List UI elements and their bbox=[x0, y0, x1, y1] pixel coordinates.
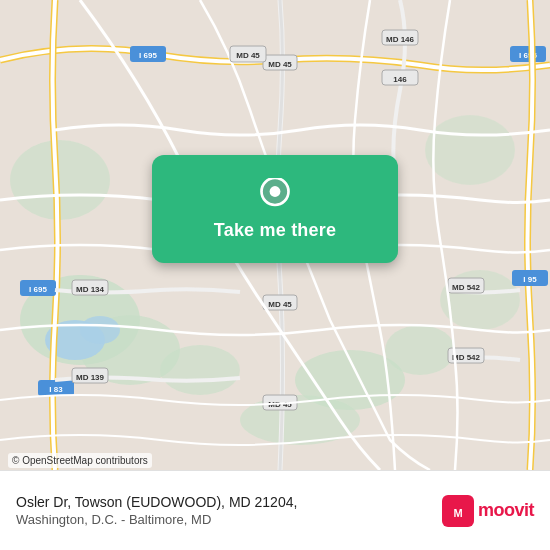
copyright-text: © OpenStreetMap contributors bbox=[8, 453, 152, 468]
svg-point-5 bbox=[385, 325, 455, 375]
svg-text:MD 139: MD 139 bbox=[76, 373, 105, 382]
svg-text:I 83: I 83 bbox=[49, 385, 63, 394]
svg-text:I 695: I 695 bbox=[29, 285, 47, 294]
svg-text:MD 45: MD 45 bbox=[236, 51, 260, 60]
moovit-text: moovit bbox=[478, 500, 534, 521]
svg-point-3 bbox=[160, 345, 240, 395]
svg-text:M: M bbox=[453, 507, 462, 519]
svg-text:I 95: I 95 bbox=[523, 275, 537, 284]
address-line2: Washington, D.C. - Baltimore, MD bbox=[16, 512, 297, 527]
svg-text:I 695: I 695 bbox=[139, 51, 157, 60]
svg-text:MD 45: MD 45 bbox=[268, 60, 292, 69]
location-pin-icon bbox=[257, 178, 293, 214]
moovit-logo: M moovit bbox=[442, 495, 534, 527]
svg-text:MD 45: MD 45 bbox=[268, 300, 292, 309]
take-me-there-button[interactable]: Take me there bbox=[152, 155, 398, 263]
moovit-icon: M bbox=[442, 495, 474, 527]
svg-point-11 bbox=[80, 316, 120, 344]
svg-point-46 bbox=[270, 186, 281, 197]
cta-label: Take me there bbox=[214, 220, 336, 241]
address-block: Osler Dr, Towson (EUDOWOOD), MD 21204, W… bbox=[16, 494, 297, 527]
svg-text:146: 146 bbox=[393, 75, 407, 84]
svg-text:MD 134: MD 134 bbox=[76, 285, 105, 294]
svg-point-8 bbox=[425, 115, 515, 185]
svg-text:MD 146: MD 146 bbox=[386, 35, 415, 44]
address-line1: Osler Dr, Towson (EUDOWOOD), MD 21204, bbox=[16, 494, 297, 510]
svg-text:MD 542: MD 542 bbox=[452, 283, 481, 292]
info-bar: Osler Dr, Towson (EUDOWOOD), MD 21204, W… bbox=[0, 470, 550, 550]
